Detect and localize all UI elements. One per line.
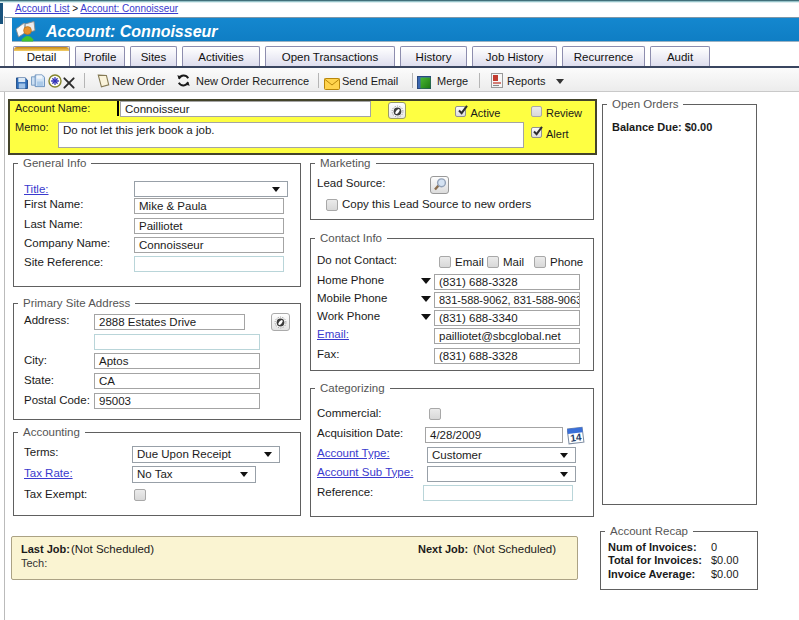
- svg-text:14: 14: [570, 431, 583, 443]
